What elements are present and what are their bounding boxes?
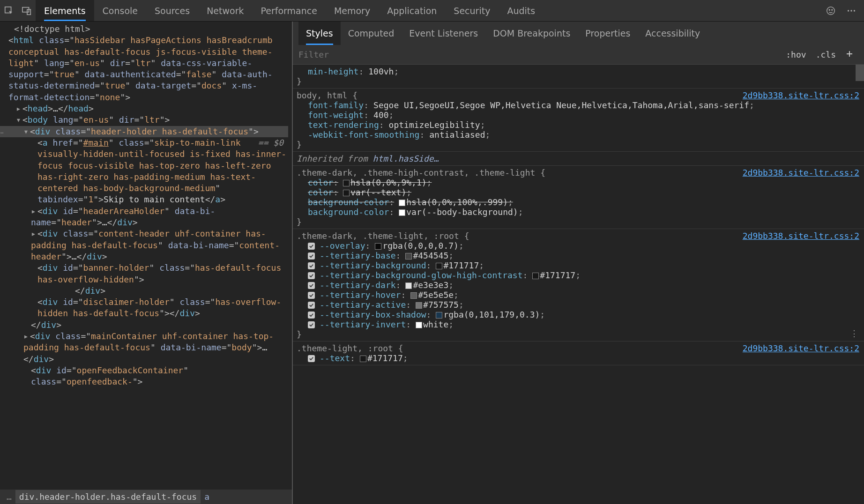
color-swatch[interactable] [343,190,350,196]
cls-toggle[interactable]: .cls [811,50,841,59]
checkbox-icon[interactable] [308,243,315,250]
source-link[interactable]: 2d9bb338.site-ltr.css:2 [743,90,859,100]
sidebar-tabs: StylesComputedEvent ListenersDOM Breakpo… [293,22,864,45]
tab-sources[interactable]: Sources [146,0,198,21]
css-declaration[interactable]: --tertiary-dark#e3e3e3 [297,280,860,290]
breadcrumb-ellipsis[interactable]: … [3,492,15,502]
tab-console[interactable]: Console [94,0,146,21]
breadcrumb: … div.header-holder.has-default-focus a [0,489,292,504]
css-declaration[interactable]: --tertiary-base#454545 [297,251,860,260]
css-declaration[interactable]: --tertiary-background-glow-high-contrast… [297,270,860,280]
svg-point-4 [829,9,830,10]
tab-memory[interactable]: Memory [326,0,379,21]
main-toolbar: ElementsConsoleSourcesNetworkPerformance… [0,0,864,22]
checkbox-icon[interactable] [308,292,315,299]
hov-toggle[interactable]: :hov [781,50,811,59]
color-swatch[interactable] [375,243,381,250]
elements-panel: <!doctype html><html class="hasSidebar h… [0,22,293,504]
breadcrumb-item[interactable]: a [201,490,213,504]
color-swatch[interactable] [436,312,442,319]
source-link[interactable]: 2d9bb338.site-ltr.css:2 [743,343,859,353]
more-icon[interactable] [842,0,860,22]
color-swatch[interactable] [399,200,405,206]
color-swatch[interactable] [436,263,442,269]
checkbox-icon[interactable] [308,272,315,279]
add-rule-icon[interactable] [841,50,858,60]
filter-input[interactable] [298,50,781,59]
subtab-event-listeners[interactable]: Event Listeners [402,22,485,45]
source-link[interactable]: 2d9bb338.site-ltr.css:2 [743,168,859,178]
main-panels: <!doctype html><html class="hasSidebar h… [0,22,864,504]
css-rule[interactable]: 2d9bb338.site-ltr.css:2.theme-dark, .the… [293,166,864,229]
css-declaration[interactable]: colorvar(--text) [297,187,860,197]
styles-list[interactable]: min-height100vh}2d9bb338.site-ltr.css:2b… [293,65,864,504]
tab-network[interactable]: Network [198,0,252,21]
checkbox-icon[interactable] [308,282,315,289]
css-declaration[interactable]: --tertiary-box-shadowrgba(0,101,179,0.3) [297,310,860,319]
css-declaration[interactable]: text-renderingoptimizeLegibility [297,120,860,130]
svg-point-5 [832,9,833,10]
color-swatch[interactable] [360,356,366,362]
css-declaration[interactable]: --tertiary-invertwhite [297,319,860,329]
css-declaration[interactable]: font-familySegoe UI,SegoeUI,Segoe WP,Hel… [297,100,860,110]
filter-bar: :hov .cls [293,45,864,65]
css-declaration[interactable]: --tertiary-background#171717 [297,260,860,270]
css-declaration[interactable]: --tertiary-hover#5e5e5e [297,290,860,300]
checkbox-icon[interactable] [308,302,315,309]
color-swatch[interactable] [343,180,350,186]
svg-point-3 [827,7,835,15]
css-declaration[interactable]: --overlayrgba(0,0,0,0.7) [297,241,860,251]
checkbox-icon[interactable] [308,355,315,362]
color-swatch[interactable] [532,273,539,279]
tab-security[interactable]: Security [445,0,499,21]
color-swatch[interactable] [399,209,405,216]
tab-audits[interactable]: Audits [499,0,544,21]
css-declaration[interactable]: -webkit-font-smoothingantialiased [297,130,860,140]
subtab-dom-breakpoints[interactable]: DOM Breakpoints [485,22,578,45]
inspect-icon[interactable] [0,0,18,22]
source-link[interactable]: 2d9bb338.site-ltr.css:2 [743,231,859,241]
color-swatch[interactable] [405,253,412,259]
css-declaration[interactable]: colorhsla(0,0%,9%,1) [297,178,860,187]
css-declaration[interactable]: font-weight400 [297,110,860,120]
svg-point-6 [848,10,849,11]
svg-point-7 [850,10,852,11]
subtab-properties[interactable]: Properties [578,22,638,45]
subtab-computed[interactable]: Computed [341,22,402,45]
more-icon[interactable]: ⋮ [850,328,858,338]
device-toggle-icon[interactable] [18,0,36,22]
color-swatch[interactable] [416,322,422,328]
css-declaration[interactable]: --text#171717 [297,353,860,363]
css-declaration[interactable]: --tertiary-active#757575 [297,300,860,310]
checkbox-icon[interactable] [308,311,315,319]
checkbox-icon[interactable] [308,262,315,269]
tab-application[interactable]: Application [379,0,445,21]
css-declaration[interactable]: background-colorhsla(0,0%,100%,.999) [297,197,860,207]
inherited-from: Inherited from html.hasSide… [293,152,864,166]
css-rule[interactable]: min-height100vh} [293,65,864,89]
color-swatch[interactable] [405,282,412,289]
css-rule[interactable]: 2d9bb338.site-ltr.css:2body, html {font-… [293,89,864,152]
color-swatch[interactable] [416,302,422,309]
breadcrumb-item[interactable]: div.header-holder.has-default-focus [15,490,201,504]
css-declaration[interactable]: min-height100vh [297,67,860,76]
tab-performance[interactable]: Performance [253,0,326,21]
checkbox-icon[interactable] [308,252,315,259]
checkbox-icon[interactable] [308,321,315,328]
color-swatch[interactable] [410,292,417,299]
dom-tree[interactable]: <!doctype html><html class="hasSidebar h… [0,22,292,489]
feedback-icon[interactable] [822,0,840,22]
main-tabs: ElementsConsoleSourcesNetworkPerformance… [36,0,544,21]
css-rule[interactable]: 2d9bb338.site-ltr.css:2.theme-light, :ro… [293,341,864,365]
css-declaration[interactable]: background-colorvar(--body-background) [297,207,860,217]
svg-point-8 [854,10,855,11]
inherit-link[interactable]: html.hasSide… [373,154,439,163]
subtab-styles[interactable]: Styles [298,22,341,45]
subtab-accessibility[interactable]: Accessibility [638,22,708,45]
sidebar-panel: StylesComputedEvent ListenersDOM Breakpo… [293,22,864,504]
tab-elements[interactable]: Elements [36,0,94,21]
css-rule[interactable]: 2d9bb338.site-ltr.css:2.theme-dark, .the… [293,229,864,341]
